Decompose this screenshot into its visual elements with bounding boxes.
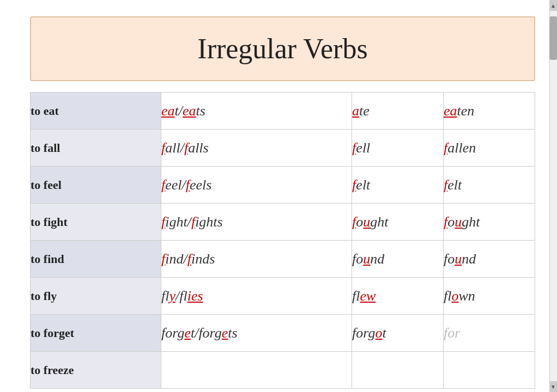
- irr-letter: f: [161, 251, 165, 267]
- irr-letter: f: [161, 214, 165, 230]
- irr-letter: a: [352, 103, 359, 119]
- present-cell: fall/falls: [161, 130, 352, 167]
- participle-cell: flown: [444, 278, 535, 315]
- irr-letter: e: [184, 325, 191, 341]
- irr-letter: f: [187, 251, 191, 267]
- past-cell: ate: [352, 93, 444, 130]
- infinitive-cell: to feel: [31, 167, 161, 204]
- present-cell: fight/fights: [161, 204, 352, 241]
- past-cell: flew: [352, 278, 444, 315]
- participle-cell: [444, 352, 535, 389]
- infinitive-cell: to fly: [31, 278, 161, 315]
- irr-letter: u: [363, 251, 370, 267]
- past-cell: forgot: [352, 315, 444, 352]
- irr-letter: f: [161, 140, 165, 156]
- scrollbar[interactable]: ▲ ▼: [549, 0, 557, 392]
- infinitive-cell: to eat: [31, 93, 161, 130]
- participle-cell: fallen: [444, 130, 535, 167]
- irr-letter: ew: [360, 288, 376, 304]
- irr-letter: f: [184, 140, 188, 156]
- irr-letter: f: [161, 177, 165, 193]
- infinitive-cell: to forget: [31, 315, 161, 352]
- participle-cell: felt: [444, 167, 535, 204]
- irr-letter: f: [352, 214, 356, 230]
- page-title: Irregular Verbs: [42, 33, 523, 65]
- participle-cell: found: [444, 241, 535, 278]
- verb-table: to eat eat/eats ate eaten to fall fall/f…: [30, 92, 535, 389]
- infinitive-cell: to find: [31, 241, 161, 278]
- irr-letter: u: [455, 251, 462, 267]
- scroll-arrow-up[interactable]: ▲: [549, 0, 557, 11]
- irr-letter: f: [352, 177, 356, 193]
- table-row: to freeze: [31, 352, 535, 389]
- irr-letter: o: [452, 288, 459, 304]
- irr-letter: o: [376, 325, 383, 341]
- irr-letter: e: [222, 325, 228, 341]
- participle-cell: fought: [444, 204, 535, 241]
- participle-cell: eaten: [444, 93, 535, 130]
- irr-letter: f: [352, 140, 356, 156]
- irr-letter: f: [191, 214, 195, 230]
- past-cell: fell: [352, 130, 444, 167]
- present-cell: find/finds: [161, 241, 352, 278]
- present-cell: eat/eats: [161, 93, 352, 130]
- irr-letter: f: [444, 140, 447, 156]
- table-row: to fly fly/flies flew flown: [31, 278, 535, 315]
- irr-letter: u: [363, 214, 370, 230]
- irr-letter: ea: [161, 103, 175, 119]
- past-cell: felt: [352, 167, 444, 204]
- infinitive-cell: to fight: [31, 204, 161, 241]
- irr-letter: ea: [183, 103, 196, 119]
- irr-letter: f: [186, 177, 190, 193]
- irr-letter: y: [169, 288, 175, 304]
- past-cell: found: [352, 241, 444, 278]
- scroll-thumb[interactable]: [549, 16, 557, 60]
- table-row: to fight fight/fights fought fought: [31, 204, 535, 241]
- irr-letter: f: [444, 214, 447, 230]
- title-box: Irregular Verbs: [30, 16, 535, 81]
- irr-letter: ea: [444, 103, 457, 119]
- table-row: to feel feel/feels felt felt: [31, 167, 535, 204]
- present-cell: [161, 352, 352, 389]
- irr-letter: ies: [187, 288, 203, 304]
- participle-cell: for: [444, 315, 535, 352]
- irr-letter: u: [455, 214, 462, 230]
- past-cell: fought: [352, 204, 444, 241]
- past-cell: [352, 352, 444, 389]
- table-row: to forget forget/forgets forgot for: [31, 315, 535, 352]
- infinitive-cell: to freeze: [31, 352, 161, 389]
- table-row: to find find/finds found found: [31, 241, 535, 278]
- present-cell: fly/flies: [161, 278, 352, 315]
- present-cell: feel/feels: [161, 167, 352, 204]
- infinitive-cell: to fall: [31, 130, 161, 167]
- table-row: to fall fall/falls fell fallen: [31, 130, 535, 167]
- present-cell: forget/forgets: [161, 315, 352, 352]
- scroll-arrow-down[interactable]: ▼: [549, 381, 557, 392]
- table-row: to eat eat/eats ate eaten: [31, 93, 535, 130]
- page-wrapper: Irregular Verbs to eat eat/eats ate eate…: [0, 0, 557, 392]
- irr-letter: f: [444, 177, 447, 193]
